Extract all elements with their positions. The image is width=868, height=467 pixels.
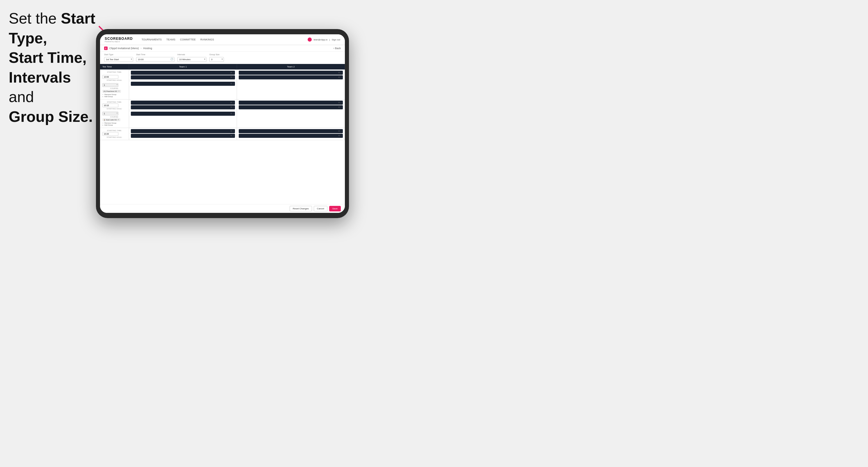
slot-remove[interactable]: ✕ ○ — [230, 101, 234, 104]
slot-remove[interactable]: ✕ ○ — [338, 71, 342, 74]
start-time-group: Start Time 🕐 — [136, 54, 175, 62]
slot-remove[interactable]: ✕ ○ — [230, 83, 234, 85]
tablet-frame: SCOREBOARD Powered by clipp.io TOURNAMEN… — [96, 29, 349, 218]
cancel-button[interactable]: Cancel — [314, 206, 328, 211]
team2-col-1: ✕ ○ ✕ ○ — [237, 69, 345, 99]
clock-icon: 🕐 — [170, 58, 173, 61]
team1-col-3: ✕ ○ ✕ ○ — [129, 128, 237, 140]
table-header: Tee Time Team 1 Team 2 — [100, 64, 345, 69]
player-slot: ✕ ○ — [131, 75, 235, 80]
course-remove-2[interactable]: ✕ — [118, 119, 119, 121]
reset-button[interactable]: Reset Changes — [290, 206, 312, 211]
starting-hole-select-wrap-1: 1 — [102, 82, 118, 87]
tee-col-3: STARTING TIME: STARTING HOLE: — [100, 128, 129, 140]
th-team2: Team 2 — [237, 64, 345, 69]
breadcrumb-section: Hosting — [143, 47, 152, 50]
starting-time-input-1[interactable] — [102, 75, 118, 79]
start-type-wrapper: 1st Tee Start — [104, 56, 133, 62]
controls-row: Start Type 1st Tee Start Start Time 🕐 In… — [100, 52, 345, 64]
instruction-line2: Start Time, — [9, 49, 87, 66]
starting-hole-select-2[interactable]: 1 — [102, 112, 118, 116]
starting-time-value-2 — [102, 103, 126, 107]
start-time-label: Start Time — [136, 54, 175, 56]
action-links-2: ○ Remove Group + Add Group — [102, 122, 126, 126]
back-button[interactable]: ‹ Back — [333, 47, 341, 50]
starting-hole-label-2: STARTING HOLE: — [102, 108, 126, 110]
table-body: STARTING TIME: STARTING HOLE: 1 — [100, 69, 345, 204]
starting-time-value-1 — [102, 73, 126, 79]
instruction-line1: Set the Start Type, — [9, 10, 95, 46]
course-remove-1[interactable]: ✕ — [118, 90, 120, 92]
nav-rankings[interactable]: RANKINGS — [200, 38, 214, 41]
slot-remove[interactable]: ✕ ○ — [230, 71, 234, 74]
navbar: SCOREBOARD Powered by clipp.io TOURNAMEN… — [100, 34, 345, 45]
player-slot: ✕ ○ — [131, 71, 235, 75]
logo-subtext: Powered by clipp.io — [105, 41, 133, 42]
starting-time-input-3[interactable] — [102, 132, 118, 136]
tee-col-2: STARTING TIME: STARTING HOLE: 1 COURSE: — [100, 99, 129, 128]
starting-time-label-2: STARTING TIME: — [102, 101, 126, 103]
nav-committee[interactable]: COMMITTEE — [180, 38, 196, 41]
player-slot: ✕ ○ — [131, 82, 235, 86]
team2-col-2: ✕ ○ ✕ ○ — [237, 99, 345, 128]
slot-remove[interactable]: ✕ ○ — [230, 113, 234, 115]
instruction-bold1: Start Type, — [9, 10, 95, 46]
group-size-select[interactable]: 3 — [209, 57, 224, 62]
starting-hole-select-1[interactable]: 1 — [102, 83, 118, 87]
slot-remove[interactable]: ✕ ○ — [230, 76, 234, 79]
tee-col-1: STARTING TIME: STARTING HOLE: 1 — [100, 69, 129, 99]
nav-tournaments[interactable]: TOURNAMENTS — [142, 38, 162, 41]
player-slot: ✕ ○ — [131, 129, 235, 133]
instruction-line5: Group Size. — [9, 108, 93, 125]
remove-group-1[interactable]: ○ Remove Group — [102, 94, 126, 95]
team2-col-3: ✕ ○ ✕ ○ — [237, 128, 345, 140]
instruction-line3: Intervals — [9, 69, 71, 86]
remove-group-2[interactable]: ○ Remove Group — [102, 122, 126, 124]
start-type-select[interactable]: 1st Tee Start — [104, 57, 133, 62]
add-group-2[interactable]: + Add Group — [102, 124, 126, 126]
slot-remove[interactable]: ✕ ○ — [338, 76, 342, 79]
player-slot: ✕ ○ — [239, 129, 343, 133]
group-size-wrapper: 3 — [209, 56, 224, 62]
breadcrumb-tournament[interactable]: Clippd Invitational (Mens) — [109, 47, 139, 50]
table-row: STARTING TIME: STARTING HOLE: 1 — [100, 69, 345, 99]
team1-col-1: ✕ ○ ✕ ○ ✕ ○ — [129, 69, 237, 99]
starting-time-input-2[interactable] — [102, 103, 118, 107]
intervals-select[interactable]: 10 Minutes — [177, 57, 207, 62]
player-slot: ✕ ○ — [239, 105, 343, 109]
course-value-1: (A) Peachtree GC ✕ — [102, 90, 126, 93]
course-tag-2: 🏌 East Lake GC ✕ — [102, 118, 120, 121]
table-row: STARTING TIME: STARTING HOLE: 1 COURSE: — [100, 99, 345, 128]
sign-out-link[interactable]: Sign out — [332, 38, 340, 41]
nav-links: TOURNAMENTS TEAMS COMMITTEE RANKINGS — [142, 38, 302, 41]
action-bar: Reset Changes Cancel Save — [100, 204, 345, 213]
slot-remove[interactable]: ✕ ○ — [230, 130, 234, 132]
th-team1: Team 1 — [129, 64, 237, 69]
nav-teams[interactable]: TEAMS — [166, 38, 175, 41]
nav-separator: | — [330, 38, 330, 41]
table-row: STARTING TIME: STARTING HOLE: ✕ ○ ✕ ○ — [100, 128, 345, 140]
start-time-input[interactable] — [136, 57, 175, 62]
slot-remove[interactable]: ✕ ○ — [338, 130, 342, 132]
breadcrumb-bar: C Clippd Invitational (Mens) › Hosting ‹… — [100, 45, 345, 52]
start-type-group: Start Type 1st Tee Start — [104, 54, 133, 62]
slot-remove[interactable]: ✕ ○ — [338, 135, 342, 137]
course-value-2: 🏌 East Lake GC ✕ — [102, 118, 126, 121]
slot-remove[interactable]: ✕ ○ — [230, 135, 234, 137]
team1-col-2: ✕ ○ ✕ ○ ✕ ○ — [129, 99, 237, 128]
player-slot: ✕ ○ — [131, 105, 235, 109]
course-tag-text-2: East Lake GC — [106, 119, 117, 121]
player-slot: ✕ ○ — [239, 101, 343, 105]
slot-remove[interactable]: ✕ ○ — [338, 101, 342, 104]
breadcrumb-logo-icon: C — [104, 46, 107, 50]
intervals-wrapper: 10 Minutes — [177, 56, 207, 62]
instruction-panel: Set the Start Type, Start Time, Interval… — [9, 9, 99, 127]
player-slot: ✕ ○ — [239, 134, 343, 138]
player-slot: ✕ ○ — [239, 71, 343, 75]
starting-time-label-3: STARTING TIME: — [102, 130, 126, 131]
user-email: blair@clipp.io — [313, 38, 328, 41]
slot-remove[interactable]: ✕ ○ — [338, 106, 342, 108]
add-group-1[interactable]: + Add Group — [102, 96, 126, 97]
slot-remove[interactable]: ✕ ○ — [230, 106, 234, 108]
save-button[interactable]: Save — [329, 206, 341, 211]
